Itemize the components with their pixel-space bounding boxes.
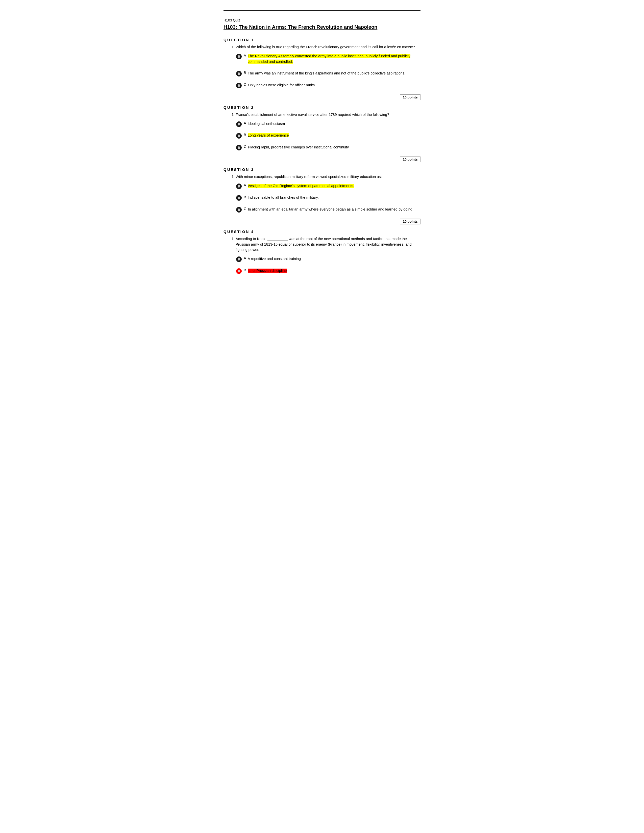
option-dot-3-1: .: [246, 189, 354, 191]
options-1: AThe Revolutionary Assembly converted th…: [236, 53, 420, 91]
option-letter-4-1: A: [244, 256, 246, 260]
option-row-4-1[interactable]: AA repetitive and constant training.: [236, 256, 420, 265]
radio-btn-1-1[interactable]: [236, 54, 242, 60]
option-letter-2-1: A: [244, 121, 246, 125]
question-heading-3: QUESTION 3: [224, 167, 420, 172]
highlight-red: strict Prussian discipline: [248, 269, 287, 273]
options-4: AA repetitive and constant training.Bstr…: [236, 256, 420, 277]
question-text-4: According to Knox, __________ was at the…: [231, 236, 420, 252]
option-row-2-2[interactable]: BLong years of experience.: [236, 133, 420, 141]
option-text-line-2-1: AIdeological enthusiasm: [244, 121, 285, 127]
option-wrapper-3-2: BIndispensable to all branches of the mi…: [244, 195, 319, 203]
option-text-line-3-1: AVestiges of the Old Regime's system of …: [244, 183, 354, 189]
option-letter-1-3: C: [244, 82, 246, 87]
option-letter-2-3: C: [244, 145, 246, 149]
quiz-title: H103: The Nation in Arms: The French Rev…: [224, 24, 420, 30]
option-text-span-3-2: Indispensable to all branches of the mil…: [248, 195, 319, 200]
option-text-line-2-3: CPlacing rapid, progressive changes over…: [244, 145, 349, 150]
option-text-span-2-2: Long years of experience: [248, 133, 289, 138]
option-row-1-3[interactable]: COnly nobles were eligible for officer r…: [236, 82, 420, 91]
highlight-yellow: Vestiges of the Old Regime's system of p…: [248, 184, 354, 188]
question-block-4: QUESTION 4According to Knox, __________ …: [224, 230, 420, 277]
question-text-3: With minor exceptions, republican milita…: [231, 174, 420, 180]
quiz-label: H103 Quiz: [224, 18, 420, 22]
option-text-span-4-2: strict Prussian discipline: [248, 268, 287, 273]
option-dot-3-3: .: [246, 212, 414, 215]
option-text-line-1-1: AThe Revolutionary Assembly converted th…: [244, 53, 420, 64]
option-wrapper-1-2: BThe army was an instrument of the king'…: [244, 71, 405, 79]
option-text-span-2-3: Placing rapid, progressive changes over …: [248, 145, 349, 150]
option-text-line-4-1: AA repetitive and constant training: [244, 256, 301, 262]
radio-btn-4-1[interactable]: [236, 256, 242, 262]
radio-inner-3-3: [238, 209, 240, 211]
radio-inner-4-1: [238, 258, 240, 261]
radio-btn-2-3[interactable]: [236, 145, 242, 150]
option-text-span-4-1: A repetitive and constant training: [248, 256, 301, 262]
option-dot-4-1: .: [246, 262, 301, 265]
radio-btn-3-2[interactable]: [236, 195, 242, 201]
radio-inner-2-1: [238, 123, 240, 125]
option-text-line-1-2: BThe army was an instrument of the king'…: [244, 71, 405, 76]
points-badge-3: 10 points: [400, 219, 420, 224]
option-dot-2-1: .: [246, 127, 285, 129]
option-letter-1-1: A: [244, 53, 246, 58]
option-text-span-1-3: Only nobles were eligible for officer ra…: [248, 82, 316, 88]
option-dot-1-2: .: [246, 77, 405, 79]
page-container: H103 Quiz H103: The Nation in Arms: The …: [208, 0, 436, 297]
radio-inner-4-2: [238, 270, 240, 272]
option-row-3-2[interactable]: BIndispensable to all branches of the mi…: [236, 195, 420, 203]
radio-btn-2-2[interactable]: [236, 133, 242, 138]
option-letter-2-2: B: [244, 133, 246, 137]
option-wrapper-2-2: BLong years of experience.: [244, 133, 289, 141]
radio-inner-1-1: [238, 55, 240, 58]
option-dot-1-3: .: [246, 88, 316, 91]
radio-btn-1-2[interactable]: [236, 71, 242, 77]
option-row-1-2[interactable]: BThe army was an instrument of the king'…: [236, 71, 420, 79]
option-wrapper-4-1: AA repetitive and constant training.: [244, 256, 301, 265]
questions-container: QUESTION 1Which of the following is true…: [224, 38, 420, 277]
option-letter-3-2: B: [244, 195, 246, 199]
option-text-line-3-2: BIndispensable to all branches of the mi…: [244, 195, 319, 200]
option-text-span-1-1: The Revolutionary Assembly converted the…: [248, 53, 420, 64]
radio-inner-3-2: [238, 197, 240, 199]
option-row-3-1[interactable]: AVestiges of the Old Regime's system of …: [236, 183, 420, 191]
points-badge-2: 10 points: [400, 156, 420, 162]
question-block-1: QUESTION 1Which of the following is true…: [224, 38, 420, 100]
option-text-line-1-3: COnly nobles were eligible for officer r…: [244, 82, 316, 88]
points-badge-1: 10 points: [400, 95, 420, 100]
option-text-line-3-3: CIn alignment with an egalitarian army w…: [244, 207, 414, 212]
question-block-2: QUESTION 2France's establishment of an e…: [224, 105, 420, 162]
option-wrapper-3-3: CIn alignment with an egalitarian army w…: [244, 207, 414, 215]
option-text-span-2-1: Ideological enthusiasm: [248, 121, 285, 127]
option-row-3-3[interactable]: CIn alignment with an egalitarian army w…: [236, 207, 420, 215]
option-row-4-2[interactable]: Bstrict Prussian discipline.: [236, 268, 420, 277]
option-wrapper-1-3: COnly nobles were eligible for officer r…: [244, 82, 316, 91]
option-row-1-1[interactable]: AThe Revolutionary Assembly converted th…: [236, 53, 420, 68]
radio-inner-2-2: [238, 135, 240, 137]
option-dot-1-1: .: [246, 64, 420, 67]
radio-btn-3-3[interactable]: [236, 207, 242, 212]
radio-btn-2-1[interactable]: [236, 121, 242, 127]
option-letter-1-2: B: [244, 71, 246, 75]
points-row-2: 10 points: [224, 156, 420, 162]
options-2: AIdeological enthusiasm.BLong years of e…: [236, 121, 420, 153]
option-row-2-3[interactable]: CPlacing rapid, progressive changes over…: [236, 145, 420, 153]
radio-btn-3-1[interactable]: [236, 183, 242, 189]
option-wrapper-1-1: AThe Revolutionary Assembly converted th…: [244, 53, 420, 68]
option-dot-3-2: .: [246, 201, 319, 203]
question-text-1: Which of the following is true regarding…: [231, 44, 420, 50]
radio-btn-4-2[interactable]: [236, 269, 242, 274]
options-3: AVestiges of the Old Regime's system of …: [236, 183, 420, 215]
option-text-span-3-3: In alignment with an egalitarian army wh…: [248, 207, 413, 212]
radio-btn-1-3[interactable]: [236, 83, 242, 88]
question-text-2: France's establishment of an effective n…: [231, 112, 420, 117]
question-block-3: QUESTION 3With minor exceptions, republi…: [224, 167, 420, 224]
option-wrapper-4-2: Bstrict Prussian discipline.: [244, 268, 287, 277]
option-wrapper-2-1: AIdeological enthusiasm.: [244, 121, 285, 130]
option-letter-3-3: C: [244, 207, 246, 211]
option-text-span-3-1: Vestiges of the Old Regime's system of p…: [248, 183, 354, 189]
radio-inner-1-3: [238, 84, 240, 87]
option-row-2-1[interactable]: AIdeological enthusiasm.: [236, 121, 420, 130]
points-row-1: 10 points: [224, 95, 420, 100]
question-heading-1: QUESTION 1: [224, 38, 420, 42]
